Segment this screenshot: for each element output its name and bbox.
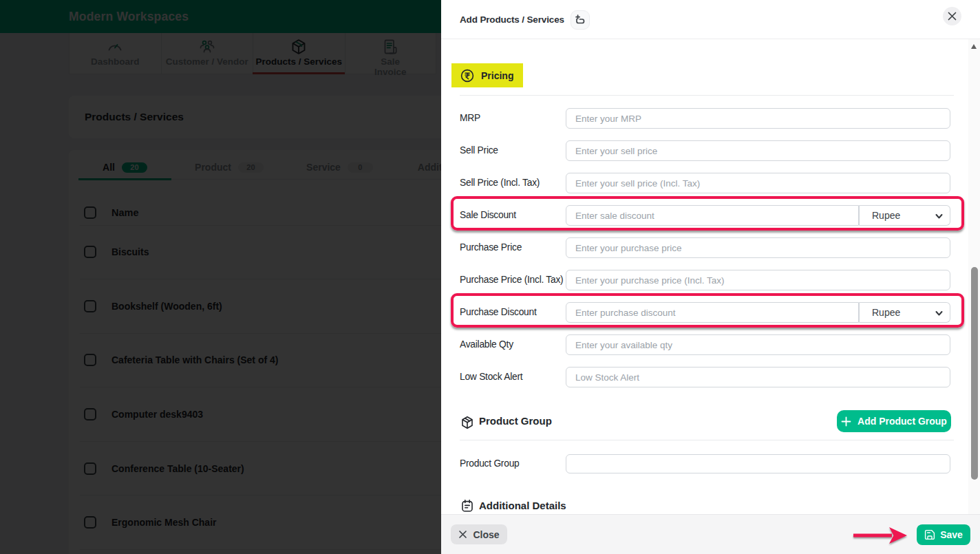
pricing-section-label: Pricing xyxy=(481,70,513,81)
rupee-icon xyxy=(460,69,474,83)
close-drawer-button[interactable] xyxy=(943,7,961,25)
product-group-row: Product Group xyxy=(441,454,980,474)
pricing-form: MRP Sell Price xyxy=(441,108,980,399)
scrollbar-thumb[interactable] xyxy=(971,267,978,480)
field-label: Purchase Price (Incl. Tax) xyxy=(460,270,563,290)
drawer-body: Pricing MRP Sell Price xyxy=(441,39,980,514)
currency-select-value: Rupee xyxy=(872,307,900,318)
field-input[interactable] xyxy=(566,237,950,258)
field-label: MRP xyxy=(460,108,480,129)
close-icon xyxy=(948,12,957,21)
section-divider xyxy=(460,95,954,96)
add-product-group-label: Add Product Group xyxy=(858,416,947,427)
minimize-drawer-button[interactable] xyxy=(571,10,590,30)
product-group-input[interactable] xyxy=(566,454,950,473)
field-input[interactable] xyxy=(566,270,950,290)
plus-icon xyxy=(841,416,851,427)
save-arrow-annotation xyxy=(853,526,909,544)
field-input[interactable] xyxy=(566,367,950,387)
add-product-group-button[interactable]: Add Product Group xyxy=(837,410,951,432)
field-label: Purchase Price xyxy=(460,237,522,258)
section-divider xyxy=(460,440,954,440)
drawer-title: Add Products / Services xyxy=(460,14,564,25)
form-row: Purchase Price xyxy=(441,237,980,258)
currency-select[interactable]: Rupee xyxy=(859,205,950,226)
save-button-label: Save xyxy=(940,529,963,540)
field-input[interactable] xyxy=(566,173,950,193)
additional-details-section-title: Additional Details xyxy=(479,500,566,511)
drawer-header: Add Products / Services xyxy=(441,0,980,39)
field-label: Product Group xyxy=(460,454,519,474)
product-group-section-title: Product Group xyxy=(479,415,552,427)
field-label: Purchase Discount xyxy=(460,302,537,323)
currency-select[interactable]: Rupee xyxy=(859,302,950,323)
form-row: Purchase Price (Incl. Tax) xyxy=(441,270,980,290)
currency-select-value: Rupee xyxy=(872,210,900,221)
form-row: Sell Price xyxy=(441,140,980,161)
form-row: Low Stock Alert xyxy=(441,367,980,387)
pricing-section-header: Pricing xyxy=(451,63,523,87)
clipboard-icon xyxy=(460,499,474,513)
scrollbar-up-arrow[interactable] xyxy=(971,44,977,49)
field-label: Sell Price xyxy=(460,140,498,161)
field-input[interactable] xyxy=(566,334,950,355)
field-input[interactable] xyxy=(566,108,950,129)
field-label: Sell Price (Incl. Tax) xyxy=(460,173,540,193)
add-product-drawer: Add Products / Services Pricing xyxy=(441,0,980,554)
chevron-down-icon xyxy=(935,212,944,221)
close-x-icon xyxy=(458,530,467,539)
save-icon xyxy=(924,529,935,540)
field-input[interactable] xyxy=(566,302,859,323)
add-to-dock-icon xyxy=(574,14,586,26)
close-button[interactable]: Close xyxy=(451,524,507,544)
form-row: Available Qty xyxy=(441,334,980,355)
form-row: Sale Discount Rupee xyxy=(441,205,980,226)
field-label: Sale Discount xyxy=(460,205,516,226)
field-input[interactable] xyxy=(566,205,859,226)
field-label: Low Stock Alert xyxy=(460,367,522,387)
drawer-footer: Close Save xyxy=(441,514,980,554)
drawer-scrollbar[interactable] xyxy=(968,39,980,514)
form-row: MRP xyxy=(441,108,980,129)
chevron-down-icon xyxy=(935,309,944,318)
close-button-label: Close xyxy=(473,529,499,540)
field-input[interactable] xyxy=(566,140,950,161)
field-label: Available Qty xyxy=(460,334,513,355)
package-icon xyxy=(460,416,474,429)
save-button[interactable]: Save xyxy=(917,524,970,545)
form-row: Sell Price (Incl. Tax) xyxy=(441,173,980,193)
form-row: Purchase Discount Rupee xyxy=(441,302,980,323)
